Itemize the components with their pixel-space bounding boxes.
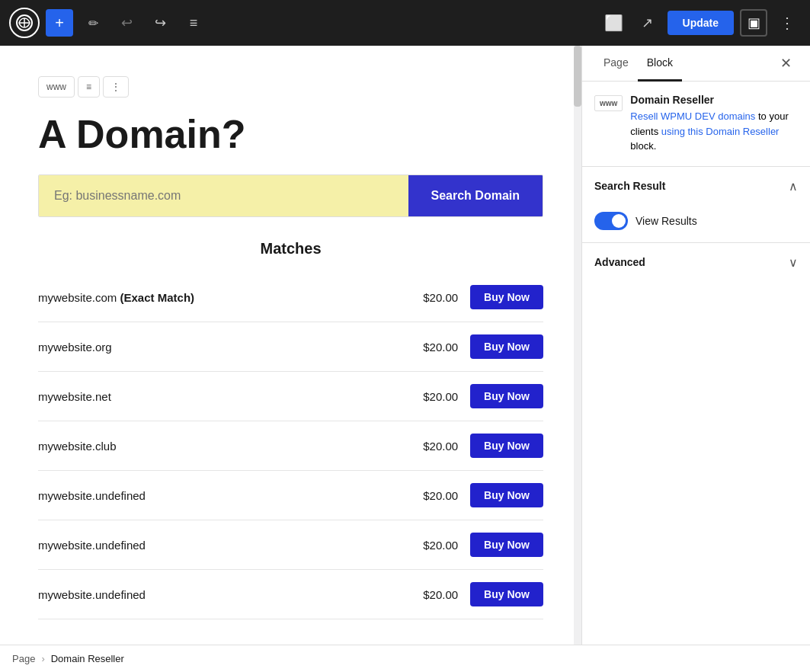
domain-row-right: $20.00 Buy Now — [423, 483, 543, 507]
domain-name: mywebsite.club — [38, 440, 117, 453]
domain-price: $20.00 — [423, 390, 458, 403]
list-view-button[interactable]: ≡ — [180, 9, 207, 37]
buy-now-button[interactable]: Buy Now — [470, 483, 543, 507]
table-row: mywebsite.undefined $20.00 Buy Now — [38, 471, 543, 520]
domain-name: mywebsite.undefined — [38, 588, 146, 601]
block-info-section: www Domain Reseller Resell WPMU DEV doma… — [582, 82, 810, 167]
buy-now-button[interactable]: Buy Now — [470, 334, 543, 359]
matches-title: Matches — [38, 240, 543, 258]
exact-match-label: (Exact Match) — [120, 291, 195, 304]
domain-price: $20.00 — [423, 341, 458, 354]
block-www-icon: www — [594, 95, 623, 111]
domain-row-right: $20.00 Buy Now — [423, 533, 543, 557]
block-info-title: Domain Reseller — [630, 94, 798, 106]
sidebar-close-button[interactable]: ✕ — [774, 49, 798, 78]
table-row: mywebsite.undefined $20.00 Buy Now — [38, 570, 543, 619]
domain-row-right: $20.00 Buy Now — [423, 384, 543, 408]
view-results-row: View Results — [594, 212, 798, 230]
view-results-toggle[interactable] — [594, 212, 628, 230]
sidebar-tabs: Page Block ✕ — [582, 46, 810, 82]
domain-price: $20.00 — [423, 291, 458, 304]
tab-block[interactable]: Block — [638, 46, 682, 82]
search-result-title: Search Result — [594, 180, 665, 192]
scrollbar-thumb[interactable] — [574, 46, 581, 107]
edit-button[interactable]: ✏ — [79, 9, 107, 37]
advanced-title: Advanced — [594, 256, 645, 268]
wp-logo-icon[interactable] — [9, 8, 40, 38]
desc-using: using this Domain Reseller — [661, 126, 780, 137]
table-row: mywebsite.club $20.00 Buy Now — [38, 421, 543, 471]
domain-name: mywebsite.com (Exact Match) — [38, 291, 194, 304]
domain-name: mywebsite.undefined — [38, 489, 146, 502]
buy-now-button[interactable]: Buy Now — [470, 285, 543, 309]
toolbar-right: ⬜ ↗ Update ▣ ⋮ — [600, 9, 801, 37]
breadcrumb-separator: › — [41, 653, 44, 664]
buy-now-button[interactable]: Buy Now — [470, 384, 543, 408]
domain-price: $20.00 — [423, 440, 458, 453]
domain-search-bar: Search Domain — [38, 174, 543, 217]
monitor-icon[interactable]: ⬜ — [600, 9, 628, 37]
main-toolbar: + ✏ ↩ ↪ ≡ ⬜ ↗ Update ▣ ⋮ — [0, 0, 810, 46]
domain-results-list: mywebsite.com (Exact Match) $20.00 Buy N… — [38, 273, 543, 619]
buy-now-button[interactable]: Buy Now — [470, 533, 543, 557]
settings-button[interactable]: ▣ — [740, 9, 767, 37]
align-tool-button[interactable]: ≡ — [78, 76, 100, 98]
domain-heading: A Domain? — [38, 113, 543, 156]
update-button[interactable]: Update — [668, 11, 734, 35]
main-layout: www ≡ ⋮ A Domain? Search Domain Matches … — [0, 46, 810, 645]
table-row: mywebsite.net $20.00 Buy Now — [38, 372, 543, 421]
more-options-button[interactable]: ⋮ — [773, 9, 801, 37]
block-info-content: Domain Reseller Resell WPMU DEV domains … — [630, 94, 798, 154]
external-link-icon[interactable]: ↗ — [634, 9, 661, 37]
table-row: mywebsite.org $20.00 Buy Now — [38, 322, 543, 372]
undo-button[interactable]: ↩ — [113, 9, 140, 37]
domain-price: $20.00 — [423, 489, 458, 502]
domain-row-right: $20.00 Buy Now — [423, 285, 543, 309]
toggle-knob — [612, 214, 626, 228]
status-bar: Page › Domain Reseller — [0, 645, 810, 672]
add-block-button[interactable]: + — [46, 9, 73, 37]
block-toolbar: www ≡ ⋮ — [38, 76, 543, 98]
domain-name: mywebsite.org — [38, 341, 112, 354]
editor-content: www ≡ ⋮ A Domain? Search Domain Matches … — [0, 46, 581, 645]
domain-price: $20.00 — [423, 588, 458, 601]
block-info-desc: Resell WPMU DEV domains to your clients … — [630, 109, 798, 154]
advanced-section[interactable]: Advanced ∨ — [582, 243, 810, 282]
scrollbar-track[interactable] — [574, 46, 581, 645]
table-row: mywebsite.com (Exact Match) $20.00 Buy N… — [38, 273, 543, 322]
sidebar: Page Block ✕ www Domain Reseller Resell … — [581, 46, 810, 645]
search-domain-button[interactable]: Search Domain — [408, 175, 543, 216]
chevron-down-icon: ∨ — [789, 255, 798, 270]
buy-now-button[interactable]: Buy Now — [470, 582, 543, 606]
domain-row-right: $20.00 Buy Now — [423, 582, 543, 606]
domain-name: mywebsite.undefined — [38, 539, 146, 552]
desc-resell: Resell WPMU DEV domains — [630, 110, 755, 122]
redo-button[interactable]: ↪ — [146, 9, 174, 37]
www-tool-button[interactable]: www — [38, 76, 75, 98]
buy-now-button[interactable]: Buy Now — [470, 434, 543, 458]
search-result-body: View Results — [582, 206, 810, 242]
breadcrumb-page[interactable]: Page — [12, 653, 35, 664]
breadcrumb-current: Domain Reseller — [51, 653, 124, 664]
chevron-up-icon: ∧ — [789, 179, 798, 194]
search-result-section: Search Result ∧ View Results — [582, 167, 810, 243]
tab-page[interactable]: Page — [594, 46, 638, 82]
domain-row-right: $20.00 Buy Now — [423, 334, 543, 359]
domain-row-right: $20.00 Buy Now — [423, 434, 543, 458]
view-results-label: View Results — [636, 215, 697, 227]
domain-price: $20.00 — [423, 539, 458, 552]
domain-search-input[interactable] — [39, 175, 408, 216]
desc-block: block. — [630, 140, 656, 152]
editor-area: www ≡ ⋮ A Domain? Search Domain Matches … — [0, 46, 581, 645]
more-tool-button[interactable]: ⋮ — [103, 76, 129, 98]
table-row: mywebsite.undefined $20.00 Buy Now — [38, 520, 543, 570]
search-result-header[interactable]: Search Result ∧ — [582, 167, 810, 206]
domain-name: mywebsite.net — [38, 390, 111, 403]
